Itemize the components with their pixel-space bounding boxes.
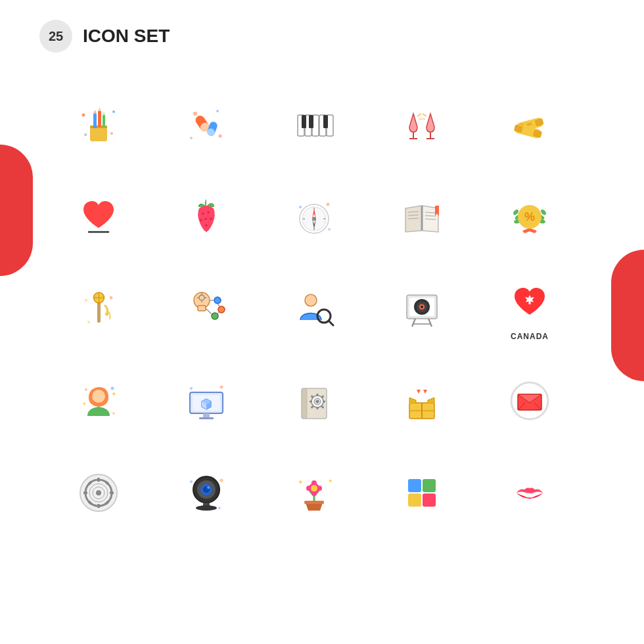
woman-icon: ✦ ✦ (72, 375, 125, 427)
icon-discount[interactable]: % (484, 171, 576, 263)
svg-point-115 (112, 412, 115, 415)
canada-label: CANADA (511, 332, 549, 341)
svg-rect-157 (110, 492, 114, 494)
stationery-icon (72, 99, 125, 151)
svg-text:✦: ✦ (298, 478, 303, 486)
svg-point-47 (200, 219, 202, 221)
icon-canada[interactable]: CANADA (484, 263, 576, 355)
svg-text:✦: ✦ (82, 401, 87, 407)
honey-icon (72, 283, 125, 335)
svg-rect-187 (423, 479, 436, 492)
svg-rect-186 (408, 479, 421, 492)
icon-grid: % (0, 66, 644, 552)
svg-rect-154 (97, 478, 100, 482)
icon-strawberry[interactable] (160, 171, 252, 263)
svg-point-52 (328, 228, 331, 231)
svg-point-127 (190, 387, 193, 390)
svg-point-181 (311, 480, 317, 486)
svg-point-113 (85, 388, 87, 391)
svg-marker-11 (103, 111, 105, 115)
icon-heart[interactable] (53, 171, 145, 263)
icon-mind[interactable] (160, 263, 252, 355)
svg-line-102 (329, 321, 333, 325)
svg-rect-27 (323, 115, 328, 128)
page-title: ICON SET (83, 26, 170, 47)
svg-point-182 (311, 491, 317, 496)
svg-point-13 (216, 110, 219, 112)
icon-unbox[interactable] (376, 355, 468, 447)
icon-vinyl[interactable] (376, 263, 468, 355)
icon-grid[interactable] (376, 447, 468, 539)
heart-icon (72, 191, 125, 243)
icon-gear-circle[interactable] (53, 447, 145, 539)
red-decoration-right (611, 250, 644, 381)
svg-rect-155 (97, 504, 100, 508)
svg-point-12 (193, 112, 197, 116)
svg-rect-112 (529, 301, 531, 304)
piano-icon (288, 99, 340, 151)
lips-icon (503, 467, 556, 519)
svg-point-164 (96, 490, 101, 495)
svg-point-133 (316, 400, 319, 403)
svg-point-128 (220, 386, 223, 389)
icon-piano[interactable] (268, 79, 360, 171)
icon-count-badge: 25 (39, 20, 72, 53)
icon-flower[interactable]: ✦ ✦ (268, 447, 360, 539)
mind-icon (180, 283, 233, 335)
svg-rect-136 (310, 401, 312, 403)
svg-line-110 (428, 319, 432, 327)
webcam-icon (180, 467, 233, 519)
svg-point-57 (312, 217, 316, 221)
red-decoration-left (0, 145, 33, 276)
svg-point-185 (311, 485, 317, 492)
icon-person-search[interactable] (268, 263, 360, 355)
svg-point-48 (210, 218, 212, 220)
icon-lips[interactable] (484, 447, 576, 539)
flower-icon: ✦ ✦ (288, 467, 340, 519)
icon-compass[interactable] (268, 171, 360, 263)
svg-rect-188 (408, 494, 421, 507)
svg-point-166 (220, 479, 223, 482)
svg-marker-142 (417, 390, 421, 394)
wine-icon (396, 99, 448, 151)
svg-point-88 (214, 297, 221, 304)
icon-honey[interactable] (53, 263, 145, 355)
svg-point-183 (306, 486, 311, 491)
icon-wine[interactable] (376, 79, 468, 171)
svg-marker-143 (423, 390, 427, 394)
svg-point-51 (327, 203, 330, 206)
svg-text:✦: ✦ (111, 390, 116, 398)
icon-mail[interactable] (484, 355, 576, 447)
svg-marker-9 (98, 107, 101, 111)
canada-icon (503, 277, 556, 329)
icon-webcam[interactable] (160, 447, 252, 539)
svg-rect-26 (309, 115, 313, 128)
icon-bandage[interactable] (484, 79, 576, 171)
svg-point-167 (218, 507, 221, 509)
icon-woman[interactable]: ✦ ✦ (53, 355, 145, 447)
svg-text:✦: ✦ (328, 478, 333, 484)
svg-line-92 (218, 304, 219, 306)
svg-point-14 (219, 135, 222, 138)
svg-rect-135 (317, 407, 319, 409)
svg-point-2 (110, 132, 113, 135)
icon-computer-package[interactable] (160, 355, 252, 447)
icon-stationery[interactable] (53, 79, 145, 171)
svg-rect-4 (90, 127, 107, 141)
svg-rect-8 (98, 111, 101, 127)
svg-line-93 (217, 312, 219, 314)
svg-point-174 (196, 505, 217, 511)
svg-point-15 (190, 137, 193, 139)
icon-medicine[interactable] (160, 79, 252, 171)
icon-book[interactable] (376, 171, 468, 263)
svg-rect-6 (93, 114, 97, 128)
svg-text:%: % (524, 210, 535, 223)
medicine-icon (180, 99, 233, 151)
svg-point-108 (421, 306, 423, 308)
svg-rect-130 (302, 388, 307, 419)
svg-rect-189 (423, 494, 436, 507)
icon-settings-book[interactable] (268, 355, 360, 447)
page-header: 25 ICON SET (0, 0, 644, 59)
person-search-icon (288, 283, 340, 335)
svg-point-172 (207, 486, 210, 489)
